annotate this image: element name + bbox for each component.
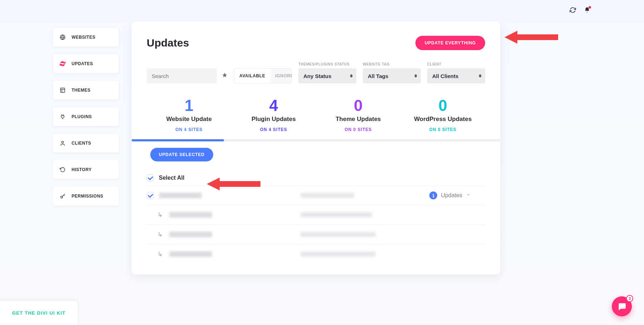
- stat-num: 4: [269, 98, 278, 113]
- chevron-down-icon: [466, 192, 471, 199]
- site-row[interactable]: ↳: [147, 205, 485, 225]
- stat-label: Theme Updates: [336, 116, 381, 123]
- stat-sub: ON 0 SITES: [345, 127, 372, 132]
- update-selected-button[interactable]: UPDATE SELECTED: [150, 148, 213, 161]
- chat-count-badge: 3: [626, 295, 633, 302]
- caret-icon: [350, 74, 353, 78]
- stats-row: 1 Website Update ON 4 SITES 4 Plugin Upd…: [147, 98, 485, 132]
- sidebar-item-label: PLUGINS: [72, 114, 92, 119]
- key-icon: [59, 193, 66, 199]
- sidebar-item-updates[interactable]: UPDATES: [53, 54, 119, 73]
- update-everything-button[interactable]: UPDATE EVERYTHING: [415, 36, 485, 50]
- select-all-checkbox[interactable]: [147, 174, 154, 181]
- sidebar-item-themes[interactable]: THEMES: [53, 81, 119, 100]
- stat-plugin-updates[interactable]: 4 Plugin Updates ON 4 SITES: [231, 98, 316, 132]
- child-arrow-icon: ↳: [157, 250, 163, 258]
- promo-banner[interactable]: GET THE DIVI UI KIT: [0, 301, 78, 325]
- subaction-row: UPDATE SELECTED: [132, 141, 500, 161]
- client-select-label: CLIENT: [427, 62, 485, 66]
- stat-website-updates[interactable]: 1 Website Update ON 4 SITES: [147, 98, 231, 132]
- site-name-redacted: [169, 212, 212, 218]
- site-row[interactable]: 1 Updates: [147, 186, 485, 205]
- child-arrow-icon: ↳: [157, 231, 163, 238]
- plug-icon: [59, 113, 66, 120]
- stat-sub: ON 4 SITES: [175, 127, 203, 132]
- site-url-redacted: [301, 232, 376, 237]
- stat-num: 1: [185, 98, 193, 113]
- layout-icon: [59, 87, 66, 93]
- toggle-ignored[interactable]: IGNORED: [270, 69, 292, 83]
- sidebar: WEBSITES UPDATES THEMES PLUGINS CLIENTS …: [53, 28, 119, 205]
- stat-label: Website Update: [166, 116, 212, 123]
- history-icon: [59, 166, 66, 173]
- stat-wordpress-updates[interactable]: 0 WordPress Updates ON 0 SITES: [401, 98, 486, 132]
- site-checkbox[interactable]: [147, 192, 154, 199]
- updates-badge: 1: [429, 191, 437, 199]
- status-select-label: THEMES/PLUGINS STATUS: [298, 62, 356, 66]
- tab-indicator-bar: [132, 139, 224, 141]
- sidebar-item-clients[interactable]: CLIENTS: [53, 134, 119, 152]
- header-row: Updates UPDATE EVERYTHING: [147, 36, 485, 50]
- tab-indicator: [132, 139, 500, 141]
- tag-select-label: WEBSITE TAG: [363, 62, 421, 66]
- tag-select[interactable]: All Tags: [363, 68, 421, 83]
- svg-marker-7: [222, 73, 227, 77]
- notification-dot: [589, 6, 591, 9]
- sidebar-item-label: THEMES: [72, 88, 91, 93]
- user-icon: [59, 140, 66, 146]
- globe-icon: [59, 34, 66, 40]
- main-panel: Updates UPDATE EVERYTHING AVAILABLE IGNO…: [132, 21, 500, 275]
- updates-label: Updates: [441, 192, 462, 199]
- site-name-redacted: [169, 251, 212, 257]
- availability-toggle: AVAILABLE IGNORED: [234, 68, 292, 83]
- stat-sub: ON 4 SITES: [260, 127, 287, 132]
- page-title: Updates: [147, 37, 189, 49]
- sidebar-item-label: WEBSITES: [72, 35, 96, 40]
- stat-sub: ON 0 SITES: [429, 127, 457, 132]
- refresh-icon: [59, 60, 66, 67]
- list-area: Select All 1 Updates ↳ ↳ ↳: [132, 161, 500, 264]
- chat-button[interactable]: 3: [612, 296, 632, 316]
- sidebar-item-plugins[interactable]: PLUGINS: [53, 107, 119, 126]
- sidebar-item-label: UPDATES: [72, 61, 93, 66]
- select-all-row: Select All: [147, 170, 485, 186]
- client-select-value: All Clients: [432, 73, 458, 79]
- site-row[interactable]: ↳: [147, 244, 485, 264]
- caret-icon: [414, 74, 417, 78]
- site-row[interactable]: ↳: [147, 225, 485, 244]
- stat-num: 0: [354, 98, 362, 113]
- star-icon[interactable]: [222, 72, 228, 79]
- sidebar-item-history[interactable]: HISTORY: [53, 160, 119, 179]
- stat-label: Plugin Updates: [252, 116, 296, 123]
- bell-icon[interactable]: [584, 7, 590, 13]
- stat-theme-updates[interactable]: 0 Theme Updates ON 0 SITES: [316, 98, 401, 132]
- client-select[interactable]: All Clients: [427, 68, 485, 83]
- refresh-icon[interactable]: [570, 7, 576, 13]
- status-select-value: Any Status: [303, 73, 331, 79]
- updates-count[interactable]: 1 Updates: [429, 191, 471, 199]
- site-url-redacted: [301, 252, 376, 257]
- filter-row: AVAILABLE IGNORED THEMES/PLUGINS STATUS …: [147, 62, 485, 83]
- svg-point-5: [62, 141, 63, 143]
- site-name-redacted: [169, 232, 212, 237]
- sidebar-item-permissions[interactable]: PERMISSIONS: [53, 187, 119, 205]
- child-arrow-icon: ↳: [157, 211, 163, 219]
- sidebar-item-label: CLIENTS: [72, 141, 91, 146]
- topbar: [0, 0, 644, 20]
- sidebar-item-websites[interactable]: WEBSITES: [53, 28, 119, 47]
- site-name-redacted: [159, 193, 202, 198]
- status-select[interactable]: Any Status: [298, 68, 356, 83]
- stat-label: WordPress Updates: [414, 116, 472, 123]
- stat-num: 0: [439, 98, 447, 113]
- sidebar-item-label: PERMISSIONS: [72, 194, 103, 199]
- toggle-available[interactable]: AVAILABLE: [234, 69, 270, 83]
- search-input[interactable]: [147, 68, 217, 83]
- site-url-redacted: [301, 212, 372, 217]
- site-url-redacted: [301, 193, 354, 198]
- sidebar-item-label: HISTORY: [72, 167, 92, 172]
- tag-select-value: All Tags: [368, 73, 388, 79]
- svg-rect-2: [60, 88, 65, 92]
- annotation-arrow: [504, 29, 558, 45]
- select-all-label: Select All: [159, 175, 184, 181]
- caret-icon: [479, 74, 482, 78]
